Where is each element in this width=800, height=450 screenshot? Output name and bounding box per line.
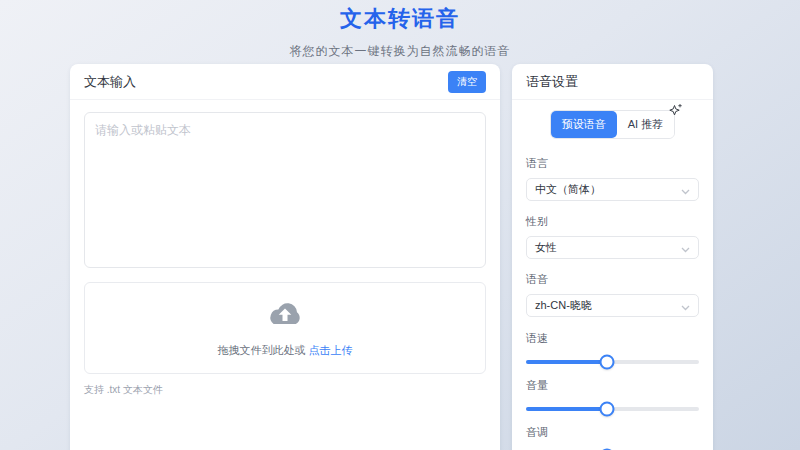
file-upload-dropzone[interactable]: 拖拽文件到此处或 点击上传 (84, 282, 486, 374)
text-input-panel-header: 文本输入 清空 (70, 64, 500, 100)
text-input-panel-title: 文本输入 (84, 73, 136, 91)
page-subtitle: 将您的文本一键转换为自然流畅的语音 (0, 43, 800, 60)
voice-mode-tabs-wrap: 预设语音 AI 推荐 (512, 110, 713, 139)
voice-settings-panel-title: 语音设置 (526, 73, 578, 91)
volume-slider-label: 音量 (526, 378, 699, 393)
upload-drag-text: 拖拽文件到此处或 (217, 344, 305, 356)
volume-slider[interactable] (526, 407, 699, 411)
speed-slider[interactable] (526, 360, 699, 364)
cloud-upload-icon (264, 299, 306, 335)
voice-select[interactable]: zh-CN-晓晓 (526, 294, 699, 317)
upload-click-link[interactable]: 点击上传 (309, 344, 353, 356)
tab-ai-recommend[interactable]: AI 推荐 (617, 111, 674, 138)
gender-select-value: 女性 (535, 240, 557, 255)
clear-button[interactable]: 清空 (448, 71, 486, 93)
speed-slider-label: 语速 (526, 331, 699, 346)
page-title: 文本转语音 (0, 4, 800, 34)
volume-slider-fill (526, 407, 607, 411)
speed-slider-thumb[interactable] (600, 355, 615, 370)
voice-label: 语音 (526, 272, 699, 287)
voice-settings-form: 语言 中文（简体） 性别 女性 语音 zh-CN-晓晓 语速 音量 (512, 139, 713, 450)
voice-settings-panel-header: 语音设置 (512, 64, 713, 100)
chevron-down-icon (681, 239, 690, 257)
voice-select-value: zh-CN-晓晓 (535, 298, 592, 313)
upload-hint-text: 拖拽文件到此处或 点击上传 (217, 343, 352, 358)
volume-slider-thumb[interactable] (600, 402, 615, 417)
voice-mode-tabs: 预设语音 AI 推荐 (550, 110, 675, 139)
tab-preset-voice[interactable]: 预设语音 (551, 111, 617, 138)
text-input-textarea[interactable] (84, 112, 486, 268)
speed-slider-fill (526, 360, 607, 364)
pitch-slider-label: 音调 (526, 425, 699, 440)
text-input-panel: 文本输入 清空 拖拽文件到此处或 点击上传 支持 .txt 文本文件 (70, 64, 500, 450)
gender-select[interactable]: 女性 (526, 236, 699, 259)
language-label: 语言 (526, 156, 699, 171)
language-select[interactable]: 中文（简体） (526, 178, 699, 201)
gender-label: 性别 (526, 214, 699, 229)
sparkles-icon (667, 102, 684, 123)
page-header: 文本转语音 将您的文本一键转换为自然流畅的语音 (0, 4, 800, 60)
chevron-down-icon (681, 297, 690, 315)
chevron-down-icon (681, 181, 690, 199)
supported-filetypes-hint: 支持 .txt 文本文件 (84, 383, 486, 397)
language-select-value: 中文（简体） (535, 182, 601, 197)
voice-settings-panel: 语音设置 预设语音 AI 推荐 语言 中文（简体） 性别 女性 (512, 64, 713, 450)
